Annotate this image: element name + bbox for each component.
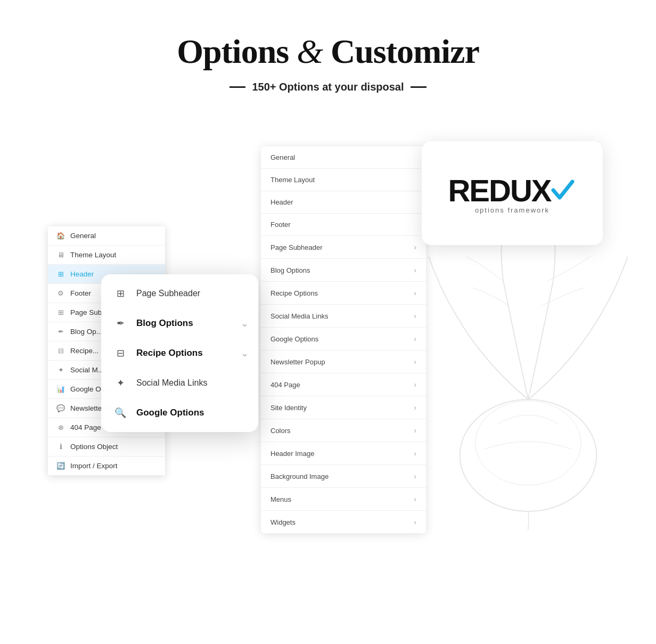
sidebar-recipe-options-label: Recipe... [70,347,99,355]
sidebar-blog-options-label: Blog Op... [70,328,102,336]
floating-google-options-label: Google Options [136,407,204,418]
option-widgets[interactable]: Widgets › [261,511,426,533]
option-menus[interactable]: Menus › [261,488,426,511]
sidebar-theme-layout-label: Theme Layout [70,251,116,259]
import-export-icon: 🔄 [56,462,65,470]
option-recipe-options-label: Recipe Options [270,289,318,297]
option-social-media-label: Social Media Links [270,312,328,320]
floating-recipe-icon: ⊟ [113,346,128,361]
option-theme-layout[interactable]: Theme Layout [261,169,426,191]
blog-icon: ✒ [56,328,65,336]
option-page-subheader-arrow: › [414,243,416,251]
option-header-image-label: Header Image [270,450,314,458]
option-blog-options-label: Blog Options [270,266,310,274]
option-site-identity-label: Site Identity [270,404,307,412]
option-site-identity[interactable]: Site Identity › [261,396,426,419]
option-background-image-arrow: › [414,472,416,480]
option-background-image[interactable]: Background Image › [261,465,426,488]
recipe-options-chevron: ⌄ [241,347,249,359]
footer-icon: ⚙ [56,289,65,297]
option-footer[interactable]: Footer [261,214,426,236]
option-colors-label: Colors [270,427,291,435]
option-404-page[interactable]: 404 Page › [261,373,426,396]
floating-item-recipe-options[interactable]: ⊟ Recipe Options ⌄ [101,338,258,368]
option-page-subheader[interactable]: Page Subheader › [261,236,426,259]
sidebar-options-object-label: Options Object [70,443,118,451]
option-blog-options[interactable]: Blog Options › [261,259,426,282]
floating-blog-options-label: Blog Options [136,318,193,329]
option-404-page-label: 404 Page [270,381,300,389]
option-general[interactable]: General [261,146,426,169]
option-header-image[interactable]: Header Image › [261,442,426,465]
sidebar-item-general[interactable]: 🏠 General [48,226,165,246]
content-area: REDUX options framework General Theme La… [0,115,656,594]
option-google-options-arrow: › [414,335,416,343]
floating-item-social-media-links[interactable]: ✦ Social Media Links [101,368,258,398]
sidebar-general-label: General [70,232,96,240]
option-header[interactable]: Header [261,191,426,214]
option-header-label: Header [270,198,293,206]
sidebar-footer-label: Footer [70,289,91,297]
floating-social-media-links-label: Social Media Links [136,378,207,388]
newsletter-icon: 💬 [56,404,65,412]
option-general-label: General [270,153,295,161]
option-site-identity-arrow: › [414,403,416,412]
subtitle-text: 150+ Options at your disposal [252,81,404,93]
floating-item-page-subheader[interactable]: ⊞ Page Subheader [101,279,258,308]
option-recipe-options[interactable]: Recipe Options › [261,282,426,305]
option-colors-arrow: › [414,426,416,435]
checkmark-icon [549,175,577,203]
floating-google-icon: 🔍 [113,405,128,420]
option-footer-label: Footer [270,221,291,229]
option-background-image-label: Background Image [270,472,329,480]
floating-page-subheader-label: Page Subheader [136,289,200,298]
google-icon: 📊 [56,385,65,393]
info-icon: ℹ [56,443,65,451]
option-social-media-arrow: › [414,312,416,320]
options-list-panel: General Theme Layout Header Footer Page … [261,146,426,533]
dash-left [229,86,245,88]
social-icon: ✦ [56,366,65,374]
recipe-icon: ⊟ [56,347,65,355]
option-recipe-options-arrow: › [414,289,416,297]
title-connector: & [297,32,323,70]
sidebar-social-media-label: Social M... [70,366,104,374]
floating-social-icon: ✦ [113,376,128,390]
redux-logo-panel: REDUX options framework [422,141,603,245]
subheader-icon: ⊞ [56,308,65,316]
floating-recipe-options-label: Recipe Options [136,348,203,358]
option-google-options-label: Google Options [270,335,318,343]
floating-item-blog-options[interactable]: ✒ Blog Options ⌄ [101,308,258,338]
option-newsletter-popup-arrow: › [414,357,416,366]
option-google-options[interactable]: Google Options › [261,328,426,350]
floating-item-google-options[interactable]: 🔍 Google Options [101,398,258,428]
redux-text: REDUX [448,173,551,208]
sidebar-404-page-label: 404 Page [70,423,101,431]
dash-right [411,86,427,88]
blog-options-chevron: ⌄ [241,317,249,329]
svg-point-0 [460,400,597,511]
home-icon: 🏠 [56,232,65,240]
option-menus-arrow: › [414,495,416,503]
sidebar-import-export-label: Import / Export [70,462,118,470]
option-newsletter-popup[interactable]: Newsletter Popup › [261,350,426,373]
monitor-icon: 🖥 [56,251,65,259]
option-page-subheader-label: Page Subheader [270,243,323,251]
title-bold: Options [177,32,289,70]
sidebar-header-label: Header [70,270,94,278]
sidebar-item-theme-layout[interactable]: 🖥 Theme Layout [48,246,165,265]
title-light: Customizr [331,32,479,70]
sidebar-item-import-export[interactable]: 🔄 Import / Export [48,456,165,476]
option-widgets-arrow: › [414,518,416,526]
option-widgets-label: Widgets [270,518,296,526]
header-icon: ⊞ [56,270,65,278]
option-colors[interactable]: Colors › [261,419,426,442]
redux-logo: REDUX [448,173,576,208]
option-social-media[interactable]: Social Media Links › [261,305,426,328]
sidebar-item-options-object[interactable]: ℹ Options Object [48,437,165,456]
option-blog-options-arrow: › [414,266,416,274]
floating-subheader-icon: ⊞ [113,286,128,301]
option-header-image-arrow: › [414,449,416,458]
option-newsletter-popup-label: Newsletter Popup [270,358,325,366]
page-subtitle: 150+ Options at your disposal [0,81,656,93]
